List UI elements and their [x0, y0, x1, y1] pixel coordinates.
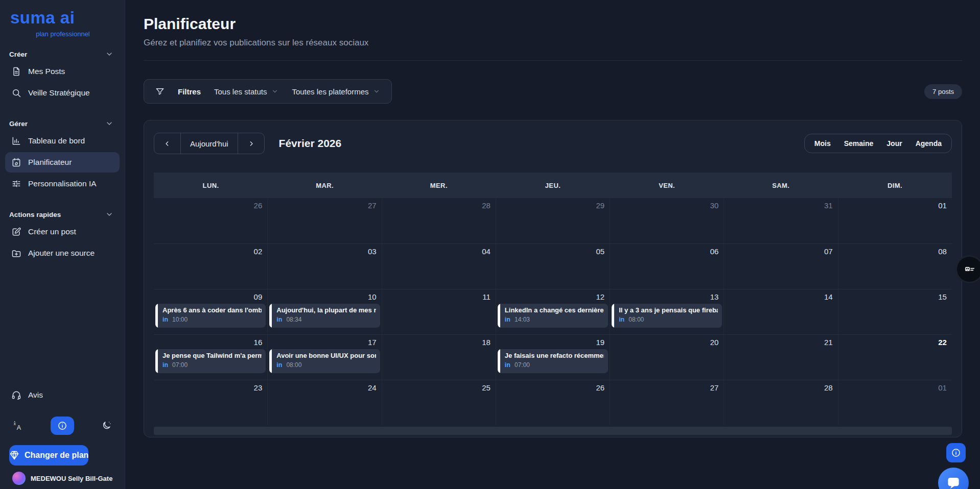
- platform-filter-dropdown[interactable]: Toutes les plateformes: [292, 87, 380, 96]
- sidebar-item-tableau-de-bord[interactable]: Tableau de bord: [5, 131, 120, 151]
- sidebar-item-mes-posts[interactable]: Mes Posts: [5, 61, 120, 82]
- calendar-day-cell[interactable]: 06: [610, 244, 724, 289]
- calendar-day-cell[interactable]: 27: [268, 198, 382, 243]
- calendar-day-cell[interactable]: 11: [382, 289, 496, 334]
- calendar-day-cell[interactable]: 24: [268, 380, 382, 425]
- status-filter-dropdown[interactable]: Tous les statuts: [214, 87, 278, 96]
- view-button-mois[interactable]: Mois: [808, 134, 837, 153]
- sidebar-item-creer-un-post[interactable]: Créer un post: [5, 222, 120, 242]
- chevron-down-icon: [271, 88, 278, 95]
- calendar-day-cell[interactable]: 09Après 6 ans à coder dans l'ombre,in10:…: [154, 289, 268, 334]
- calendar-day-cell[interactable]: 13Il y a 3 ans je pensais que firebasein…: [610, 289, 724, 334]
- chevron-right-icon: [247, 140, 255, 148]
- today-button[interactable]: Aujourd'hui: [181, 133, 238, 154]
- view-switcher: MoisSemaineJourAgenda: [804, 134, 952, 153]
- event-meta: in07:00: [162, 361, 262, 369]
- date-number: 06: [710, 247, 719, 256]
- event-card[interactable]: Aujourd'hui, la plupart de mes misin08:3…: [269, 304, 380, 328]
- filter-bar: Filtres Tous les statuts Toutes les plat…: [144, 79, 392, 104]
- change-plan-label: Changer de plan: [25, 451, 88, 460]
- sidebar-item-avis[interactable]: Avis: [5, 385, 120, 405]
- event-card[interactable]: Je pense que Tailwind m'a permisin07:00: [155, 349, 266, 373]
- calendar-week-row: 02030405060708: [154, 243, 952, 289]
- sidebar-item-label: Personnalisation IA: [28, 179, 97, 188]
- date-number: 25: [482, 383, 491, 392]
- linkedin-icon: in: [276, 362, 282, 369]
- calendar-day-cell[interactable]: 31: [724, 198, 838, 243]
- change-plan-button[interactable]: Changer de plan: [9, 445, 88, 466]
- event-time: 08:00: [286, 361, 301, 369]
- view-button-jour[interactable]: Jour: [880, 134, 908, 153]
- calendar-nav-group: Aujourd'hui: [154, 133, 265, 154]
- translate-button[interactable]: xA: [13, 421, 24, 431]
- sidebar-item-personnalisation-ia[interactable]: Personnalisation IA: [5, 174, 120, 194]
- section-label: Créer: [9, 51, 27, 58]
- section-header-actions-rapides[interactable]: Actions rapides: [0, 208, 125, 221]
- event-meta: in07:00: [505, 361, 604, 369]
- chevron-down-icon: [105, 50, 113, 58]
- user-row[interactable]: MEDEWOU Selly Bill-Gate: [0, 466, 125, 489]
- event-card[interactable]: Je faisais une refacto récemmentin07:00: [498, 349, 608, 373]
- calendar-day-cell[interactable]: 16Je pense que Tailwind m'a permisin07:0…: [154, 335, 268, 380]
- folder-plus-icon: [11, 248, 21, 258]
- help-info-button[interactable]: [946, 443, 966, 462]
- calendar-day-cell[interactable]: 17Avoir une bonne UI/UX pour son Sin08:0…: [268, 335, 382, 380]
- calendar-day-cell[interactable]: 15: [838, 289, 952, 334]
- calendar-day-cell[interactable]: 12LinkedIn a changé ces dernières ain14:…: [496, 289, 610, 334]
- sidebar-section-gerer: GérerTableau de bordPlanificateurPersonn…: [0, 117, 125, 194]
- date-number: 27: [710, 383, 719, 392]
- calendar-day-cell[interactable]: 08: [838, 244, 952, 289]
- calendar-day-cell[interactable]: 05: [496, 244, 610, 289]
- view-button-agenda[interactable]: Agenda: [909, 134, 948, 153]
- event-card[interactable]: Il y a 3 ans je pensais que firebasein08…: [612, 304, 722, 328]
- calendar-day-cell[interactable]: 01: [838, 198, 952, 243]
- calendar-day-cell[interactable]: 26: [154, 198, 268, 243]
- calendar-day-cell[interactable]: 19Je faisais une refacto récemmentin07:0…: [496, 335, 610, 380]
- calendar-day-cell[interactable]: 22: [838, 335, 952, 380]
- calendar-day-cell[interactable]: 04: [382, 244, 496, 289]
- calendar-day-cell[interactable]: 30: [610, 198, 724, 243]
- sidebar-item-ajouter-une-source[interactable]: Ajouter une source: [5, 243, 120, 263]
- calendar-day-cell[interactable]: 10Aujourd'hui, la plupart de mes misin08…: [268, 289, 382, 334]
- app-logo: suma ai: [10, 8, 115, 28]
- calendar-day-cell[interactable]: 03: [268, 244, 382, 289]
- event-card[interactable]: Avoir une bonne UI/UX pour son Sin08:00: [269, 349, 380, 373]
- calendar-weeks: 262728293031010203040506070809Après 6 an…: [154, 198, 952, 425]
- day-header-jeu: JEU.: [496, 173, 610, 198]
- calendar-day-cell[interactable]: 26: [496, 380, 610, 425]
- info-button[interactable]: [51, 417, 74, 435]
- calendar-day-cell[interactable]: 18: [382, 335, 496, 380]
- calendar-day-cell[interactable]: 23: [154, 380, 268, 425]
- edit-icon: [11, 227, 21, 237]
- sidebar-item-planificateur[interactable]: Planificateur: [5, 152, 120, 173]
- feedback-widget-button[interactable]: [955, 255, 980, 283]
- chevron-left-icon: [164, 140, 171, 148]
- event-time: 07:00: [515, 361, 530, 369]
- calendar-day-cell[interactable]: 25: [382, 380, 496, 425]
- calendar-day-cell[interactable]: 14: [724, 289, 838, 334]
- date-number: 10: [368, 292, 377, 301]
- calendar-day-cell[interactable]: 27: [610, 380, 724, 425]
- event-card[interactable]: LinkedIn a changé ces dernières ain14:03: [498, 304, 608, 328]
- main-content: Planificateur Gérez et planifiez vos pub…: [125, 0, 980, 489]
- event-card[interactable]: Après 6 ans à coder dans l'ombre,in10:00: [155, 304, 266, 328]
- dark-mode-button[interactable]: [101, 421, 111, 431]
- event-title: LinkedIn a changé ces dernières a: [505, 306, 604, 314]
- calendar-day-cell[interactable]: 02: [154, 244, 268, 289]
- section-header-gerer[interactable]: Gérer: [0, 117, 125, 130]
- sidebar-item-veille-strategique[interactable]: Veille Stratégique: [5, 83, 120, 103]
- calendar-day-cell[interactable]: 28: [382, 198, 496, 243]
- section-header-creer[interactable]: Créer: [0, 48, 125, 60]
- chevron-down-icon: [105, 119, 113, 128]
- document-icon: [11, 66, 21, 77]
- prev-month-button[interactable]: [154, 133, 181, 154]
- calendar-day-cell[interactable]: 28: [724, 380, 838, 425]
- calendar-day-cell[interactable]: 21: [724, 335, 838, 380]
- view-button-semaine[interactable]: Semaine: [837, 134, 880, 153]
- day-header-row: LUN.MAR.MER.JEU.VEN.SAM.DIM.: [154, 173, 952, 198]
- calendar-day-cell[interactable]: 01: [838, 380, 952, 425]
- calendar-day-cell[interactable]: 20: [610, 335, 724, 380]
- next-month-button[interactable]: [238, 133, 264, 154]
- calendar-day-cell[interactable]: 07: [724, 244, 838, 289]
- calendar-day-cell[interactable]: 29: [496, 198, 610, 243]
